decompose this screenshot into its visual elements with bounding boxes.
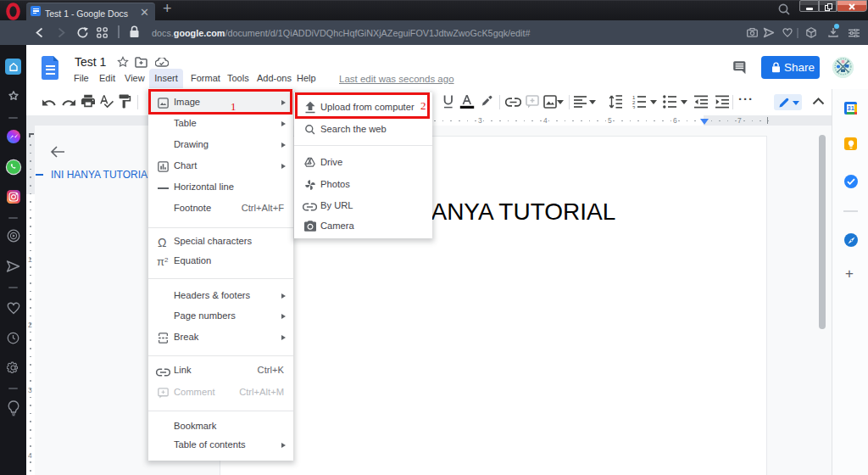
svg-text:3: 3	[632, 105, 636, 109]
